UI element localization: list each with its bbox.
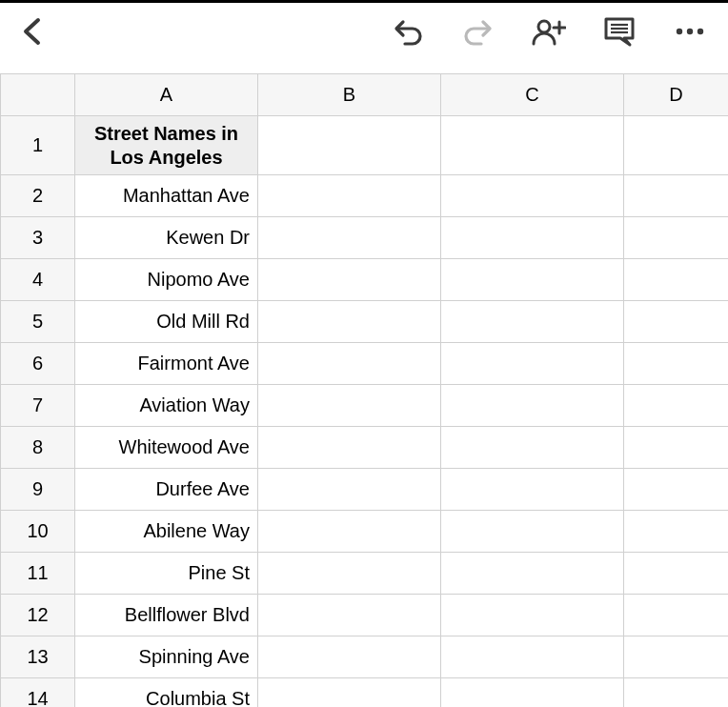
cell[interactable]: Whitewood Ave (75, 427, 258, 469)
cell[interactable] (258, 385, 441, 427)
cell[interactable] (258, 595, 441, 636)
cell[interactable] (441, 301, 624, 343)
back-button[interactable] (11, 10, 53, 52)
row-header[interactable]: 6 (1, 343, 75, 385)
cell[interactable]: Bellflower Blvd (75, 595, 258, 636)
cell[interactable] (624, 301, 729, 343)
row-header[interactable]: 13 (1, 636, 75, 678)
cell[interactable] (441, 116, 624, 175)
chevron-left-icon (20, 17, 45, 46)
cell[interactable] (624, 343, 729, 385)
cell[interactable] (624, 553, 729, 595)
cell[interactable]: Columbia St (75, 678, 258, 708)
cell[interactable] (258, 511, 441, 553)
cell[interactable] (258, 678, 441, 708)
cell[interactable] (624, 595, 729, 636)
cell[interactable] (441, 553, 624, 595)
undo-icon (392, 17, 424, 46)
row-header[interactable]: 2 (1, 175, 75, 217)
cell[interactable]: Abilene Way (75, 511, 258, 553)
cell[interactable] (258, 301, 441, 343)
spreadsheet[interactable]: A B C D 1Street Names in Los Angeles2Man… (0, 73, 728, 707)
cell[interactable] (441, 511, 624, 553)
cell[interactable]: Durfee Ave (75, 469, 258, 511)
cell[interactable] (258, 259, 441, 301)
cell[interactable]: Fairmont Ave (75, 343, 258, 385)
cell[interactable] (441, 427, 624, 469)
add-collaborator-button[interactable] (528, 10, 570, 52)
column-header-d[interactable]: D (624, 74, 729, 116)
cell[interactable] (258, 636, 441, 678)
cell[interactable] (258, 469, 441, 511)
cell[interactable]: Nipomo Ave (75, 259, 258, 301)
svg-point-6 (677, 29, 682, 34)
redo-button[interactable] (457, 10, 499, 52)
select-all-corner[interactable] (1, 74, 75, 116)
cell[interactable] (441, 343, 624, 385)
cell[interactable] (624, 175, 729, 217)
cell[interactable] (624, 385, 729, 427)
row-header[interactable]: 8 (1, 427, 75, 469)
toolbar-left (8, 10, 387, 52)
cell[interactable] (441, 217, 624, 259)
cell[interactable] (258, 116, 441, 175)
cell[interactable] (624, 217, 729, 259)
undo-button[interactable] (387, 10, 429, 52)
svg-point-7 (687, 29, 693, 34)
cell[interactable]: Manhattan Ave (75, 175, 258, 217)
row-header[interactable]: 14 (1, 678, 75, 708)
cell[interactable] (441, 469, 624, 511)
cell[interactable] (624, 469, 729, 511)
cell[interactable] (624, 427, 729, 469)
svg-point-8 (698, 29, 703, 34)
row-header[interactable]: 9 (1, 469, 75, 511)
row-header[interactable]: 1 (1, 116, 75, 175)
cell[interactable]: Aviation Way (75, 385, 258, 427)
row-header[interactable]: 10 (1, 511, 75, 553)
row-header[interactable]: 3 (1, 217, 75, 259)
cell[interactable] (258, 553, 441, 595)
table-row: 9Durfee Ave (1, 469, 729, 511)
cell[interactable] (624, 259, 729, 301)
cell[interactable] (624, 678, 729, 708)
cell[interactable] (441, 385, 624, 427)
redo-icon (462, 17, 495, 46)
cell[interactable] (258, 343, 441, 385)
column-header-a[interactable]: A (75, 74, 258, 116)
cell[interactable]: Pine St (75, 553, 258, 595)
table-row: 8Whitewood Ave (1, 427, 729, 469)
table-row: 12Bellflower Blvd (1, 595, 729, 636)
cell[interactable] (258, 217, 441, 259)
table-row: 10Abilene Way (1, 511, 729, 553)
cell[interactable] (441, 595, 624, 636)
column-header-b[interactable]: B (258, 74, 441, 116)
cell[interactable] (441, 259, 624, 301)
toolbar-right (387, 10, 720, 52)
cell[interactable] (258, 175, 441, 217)
cell[interactable] (624, 116, 729, 175)
cell[interactable]: Spinning Ave (75, 636, 258, 678)
person-add-icon (532, 17, 566, 46)
table-row: 2Manhattan Ave (1, 175, 729, 217)
cell[interactable]: Old Mill Rd (75, 301, 258, 343)
cell[interactable] (624, 636, 729, 678)
cell[interactable] (441, 636, 624, 678)
row-header[interactable]: 12 (1, 595, 75, 636)
cell[interactable] (441, 678, 624, 708)
more-button[interactable] (669, 10, 711, 52)
table-row: 13Spinning Ave (1, 636, 729, 678)
row-header[interactable]: 7 (1, 385, 75, 427)
cell[interactable] (441, 175, 624, 217)
comments-button[interactable] (598, 10, 640, 52)
cell[interactable] (624, 511, 729, 553)
cell[interactable] (258, 427, 441, 469)
cell[interactable]: Kewen Dr (75, 217, 258, 259)
row-header[interactable]: 11 (1, 553, 75, 595)
column-header-c[interactable]: C (441, 74, 624, 116)
row-header[interactable]: 5 (1, 301, 75, 343)
comment-icon (603, 16, 636, 47)
row-header[interactable]: 4 (1, 259, 75, 301)
table-row: 3Kewen Dr (1, 217, 729, 259)
cell[interactable]: Street Names in Los Angeles (75, 116, 258, 175)
table-row: 14Columbia St (1, 678, 729, 708)
